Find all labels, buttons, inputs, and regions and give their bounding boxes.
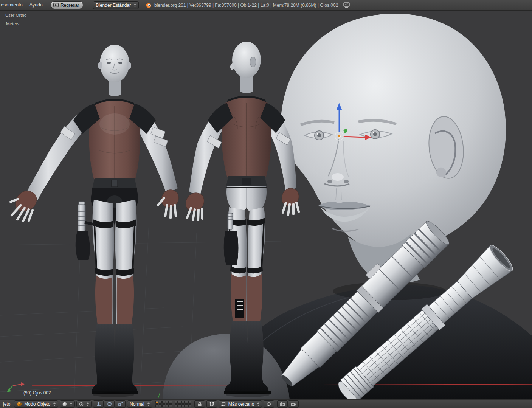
menu-render[interactable]: esamiento bbox=[0, 0, 26, 10]
dropdown-arrows-icon bbox=[134, 3, 136, 7]
blender-window: { "top_bar": { "menu_render_partial": "e… bbox=[0, 0, 532, 408]
manipulator-scale-button[interactable] bbox=[115, 400, 126, 408]
axis-y-line bbox=[158, 392, 160, 399]
snap-toggle-button[interactable] bbox=[206, 400, 217, 408]
orientation-dropdown[interactable]: Normal bbox=[127, 400, 152, 408]
manipulator-translate-button[interactable] bbox=[93, 400, 104, 408]
status-text: blender.org 261 | Ve:363799 | Fa:357600 … bbox=[154, 3, 338, 8]
pivot-dropdown[interactable] bbox=[76, 400, 92, 408]
layer-cell[interactable] bbox=[185, 401, 188, 404]
giant-head-model[interactable] bbox=[281, 14, 506, 283]
sphere-icon bbox=[62, 402, 67, 406]
layer-cell[interactable] bbox=[175, 401, 178, 404]
orientation-value: Normal bbox=[130, 402, 144, 407]
active-object-label: (90) Ojos.002 bbox=[23, 390, 51, 396]
layer-cell[interactable] bbox=[169, 404, 172, 407]
3d-viewport[interactable]: User Ortho Meters (90) Ojos.002 bbox=[0, 11, 532, 399]
camera-icon bbox=[280, 402, 285, 406]
figure-front-model[interactable] bbox=[11, 45, 178, 397]
render-opengl-anim-button[interactable] bbox=[288, 400, 299, 408]
vertex-cube-icon bbox=[221, 402, 226, 406]
render-opengl-button[interactable] bbox=[277, 400, 288, 408]
manipulator-toggle-group bbox=[93, 400, 126, 408]
layer-cell[interactable] bbox=[159, 401, 162, 404]
menu-help[interactable]: Ayuda bbox=[26, 0, 46, 10]
magnet-icon bbox=[209, 402, 214, 407]
view-name-label: User Ortho bbox=[5, 13, 26, 17]
snap-element-value: Más cercano bbox=[228, 402, 254, 407]
layer-cell[interactable] bbox=[162, 401, 165, 404]
viewport-3d-scene[interactable] bbox=[0, 11, 532, 399]
rotate-manipulator-icon bbox=[107, 402, 112, 406]
dropdown-arrows-icon bbox=[147, 402, 150, 406]
lock-to-scene-button[interactable] bbox=[194, 400, 205, 408]
target-dot-icon bbox=[267, 402, 271, 406]
dropdown-arrows-icon bbox=[257, 402, 259, 406]
opengl-render-group bbox=[277, 400, 299, 408]
mode-dropdown[interactable]: Modo Objeto bbox=[14, 400, 58, 408]
layer-cell[interactable] bbox=[169, 401, 172, 404]
pivot-point-icon bbox=[79, 402, 84, 406]
back-icon bbox=[53, 3, 59, 7]
layer-cell[interactable] bbox=[178, 404, 181, 407]
blender-logo-icon bbox=[145, 3, 151, 8]
layers-grid-2 bbox=[175, 401, 191, 407]
layout-preset-value: Blender Estándar bbox=[96, 3, 131, 8]
mode-value: Modo Objeto bbox=[24, 402, 50, 407]
snap-target-button[interactable] bbox=[264, 400, 274, 408]
menu-object[interactable]: jeto bbox=[1, 400, 12, 408]
layer-cell[interactable] bbox=[155, 401, 158, 404]
screen-icon[interactable] bbox=[343, 2, 350, 8]
layer-cell[interactable] bbox=[185, 404, 188, 407]
top-header-bar: esamiento Ayuda Regresar Blender Estánda… bbox=[0, 0, 532, 11]
layer-cell[interactable] bbox=[181, 404, 185, 407]
dropdown-arrows-icon bbox=[70, 402, 72, 406]
layer-cell[interactable] bbox=[166, 404, 169, 407]
layer-cell[interactable] bbox=[188, 404, 191, 407]
layer-cell[interactable] bbox=[178, 401, 181, 404]
translate-manipulator-icon bbox=[96, 402, 101, 406]
layer-cell[interactable] bbox=[162, 404, 165, 407]
layers-grid-1 bbox=[155, 401, 172, 407]
back-button-label: Regresar bbox=[60, 3, 79, 8]
shading-dropdown[interactable] bbox=[60, 400, 75, 408]
dropdown-arrows-icon bbox=[53, 402, 56, 406]
layout-preset-dropdown[interactable]: Blender Estándar bbox=[93, 1, 139, 9]
layer-cell[interactable] bbox=[155, 404, 158, 407]
cube-icon bbox=[17, 402, 22, 406]
layers-widget bbox=[155, 401, 191, 407]
back-button[interactable]: Regresar bbox=[51, 1, 83, 9]
layer-cell[interactable] bbox=[166, 401, 169, 404]
snap-element-dropdown[interactable]: Más cercano bbox=[219, 400, 262, 408]
scale-manipulator-icon bbox=[118, 402, 123, 406]
layer-cell[interactable] bbox=[181, 401, 185, 404]
layer-cell[interactable] bbox=[188, 401, 191, 404]
layer-cell[interactable] bbox=[175, 404, 178, 407]
padlock-icon bbox=[197, 402, 202, 407]
layer-cell[interactable] bbox=[159, 404, 162, 407]
viewport-header-bar: jeto Modo Objeto bbox=[0, 400, 532, 408]
units-label: Meters bbox=[6, 22, 19, 26]
film-camera-icon bbox=[291, 402, 296, 406]
dropdown-arrows-icon bbox=[87, 402, 89, 406]
manipulator-rotate-button[interactable] bbox=[104, 400, 115, 408]
